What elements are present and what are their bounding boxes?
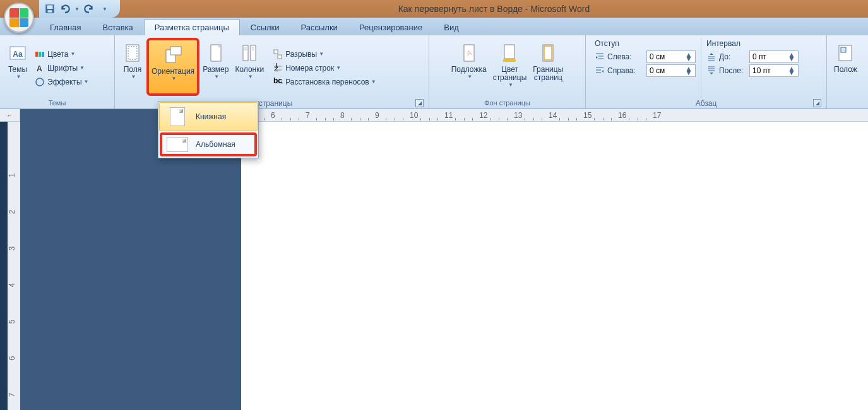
chevron-down-icon: ▼	[16, 74, 21, 79]
save-icon[interactable]	[44, 3, 56, 15]
quick-access-toolbar: ▼ ▼	[39, 0, 120, 18]
landscape-icon	[167, 137, 188, 152]
theme-colors-button[interactable]: Цвета▼	[32, 47, 92, 61]
spacing-after-input[interactable]: 10 пт▲▼	[749, 64, 799, 77]
svg-rect-32	[503, 59, 516, 62]
size-button[interactable]: Размер▼	[199, 38, 232, 96]
undo-icon[interactable]	[59, 3, 71, 15]
qat-customize-icon[interactable]: ▼	[102, 6, 107, 12]
spacing-title: Интервал	[706, 39, 799, 48]
themes-group-label: Темы	[4, 98, 110, 108]
hyphenation-icon: bc-	[273, 77, 283, 87]
svg-text:2: 2	[274, 64, 278, 73]
columns-icon	[239, 43, 259, 63]
orientation-icon	[163, 45, 183, 65]
svg-rect-5	[35, 52, 38, 57]
margins-icon	[122, 43, 143, 63]
spacing-before-icon	[706, 52, 716, 62]
spacing-after-icon	[706, 66, 716, 76]
svg-text:-: -	[280, 78, 283, 87]
indent-right-input[interactable]: 0 см▲▼	[646, 64, 696, 77]
size-icon	[206, 43, 226, 63]
office-logo-icon	[9, 8, 28, 27]
orientation-button[interactable]: Ориентация▼	[146, 38, 199, 96]
tab-mailings[interactable]: Рассылки	[290, 19, 348, 35]
svg-rect-13	[170, 47, 181, 55]
window-title: Как перевернуть лист в Ворде - Microsoft…	[120, 4, 868, 14]
background-group-label: Фон страницы	[433, 98, 581, 108]
svg-rect-48	[841, 47, 846, 52]
breaks-button[interactable]: Разрывы▼	[270, 47, 379, 61]
svg-rect-22	[278, 55, 282, 59]
indent-right-icon	[595, 66, 605, 76]
portrait-icon	[170, 107, 185, 126]
svg-text:Aa: Aa	[13, 50, 23, 59]
tab-insert[interactable]: Вставка	[92, 19, 143, 35]
spacing-before-input[interactable]: 0 пт▲▼	[749, 50, 799, 63]
indent-left-icon	[595, 52, 605, 62]
svg-rect-7	[42, 52, 44, 57]
watermark-button[interactable]: A Подложка▼	[448, 38, 490, 96]
undo-dropdown-icon[interactable]: ▼	[74, 6, 80, 12]
svg-rect-6	[39, 52, 41, 57]
line-numbers-button[interactable]: 12 Номера строк▼	[270, 61, 379, 75]
paragraph-launcher[interactable]: ◢	[813, 99, 821, 107]
effects-icon	[35, 77, 45, 87]
svg-text:A: A	[37, 64, 42, 73]
svg-point-9	[36, 78, 44, 86]
office-button[interactable]	[4, 3, 34, 33]
svg-rect-1	[47, 5, 53, 9]
page-borders-button[interactable]: Границы страниц	[530, 38, 566, 96]
page-borders-icon	[538, 43, 558, 63]
page-color-icon	[499, 43, 520, 63]
watermark-icon: A	[459, 43, 479, 63]
orientation-landscape-item[interactable]: Альбомная	[160, 132, 257, 156]
page-color-button[interactable]: Цвет страницы▼	[490, 38, 530, 96]
hyphenation-button[interactable]: bc- Расстановка переносов▼	[270, 75, 379, 89]
line-numbers-icon: 12	[273, 63, 283, 73]
orientation-portrait-item[interactable]: Книжная	[159, 102, 258, 131]
svg-rect-2	[48, 10, 52, 12]
indent-left-input[interactable]: 0 см▲▼	[646, 50, 696, 63]
ruler-corner[interactable]: ⌐	[0, 109, 20, 122]
ribbon-tabs: Главная Вставка Разметка страницы Ссылки…	[0, 18, 868, 35]
tab-references[interactable]: Ссылки	[240, 19, 290, 35]
tab-home[interactable]: Главная	[39, 19, 92, 35]
svg-rect-21	[274, 50, 278, 54]
fonts-icon: A	[35, 63, 45, 73]
ribbon: Aa Темы ▼ Цвета▼ A Шрифты▼ Эффекты▼ Те	[0, 35, 868, 109]
position-icon	[835, 43, 855, 63]
breaks-icon	[273, 49, 283, 59]
columns-button[interactable]: Колонки▼	[232, 38, 267, 96]
tab-page-layout[interactable]: Разметка страницы	[144, 19, 240, 35]
svg-rect-31	[504, 45, 514, 59]
theme-effects-button[interactable]: Эффекты▼	[32, 75, 92, 89]
tab-view[interactable]: Вид	[433, 19, 470, 35]
themes-icon: Aa	[8, 43, 28, 63]
theme-fonts-button[interactable]: A Шрифты▼	[32, 61, 92, 75]
position-button[interactable]: Полож	[831, 38, 860, 96]
themes-button[interactable]: Aa Темы ▼	[4, 38, 32, 96]
page-setup-launcher[interactable]: ◢	[415, 99, 424, 107]
paragraph-group-label: Абзац	[696, 99, 717, 108]
indent-title: Отступ	[595, 39, 696, 48]
orientation-dropdown: Книжная Альбомная	[158, 101, 259, 158]
margins-button[interactable]: Поля▼	[119, 38, 146, 96]
redo-icon[interactable]	[83, 3, 95, 15]
vertical-ruler[interactable]: 123456789	[8, 109, 20, 410]
tab-review[interactable]: Рецензирование	[348, 19, 433, 35]
colors-icon	[35, 49, 45, 59]
